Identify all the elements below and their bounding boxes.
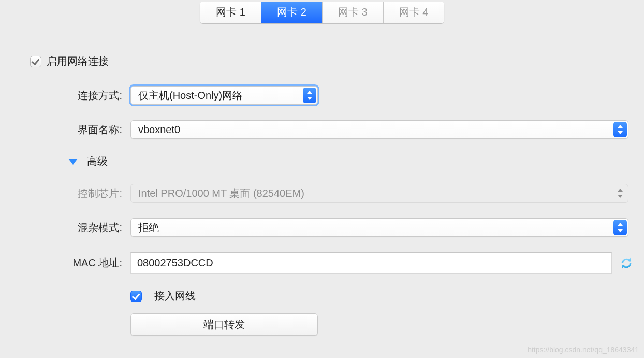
chevron-updown-icon xyxy=(613,220,627,235)
mac-address-input[interactable] xyxy=(130,252,612,274)
attached-to-select[interactable]: 仅主机(Host-Only)网络 xyxy=(130,86,318,105)
watermark: https://blog.csdn.net/qq_18643341 xyxy=(528,346,639,354)
port-forwarding-button[interactable]: 端口转发 xyxy=(130,313,318,336)
tab-label: 网卡 4 xyxy=(399,6,429,18)
mac-address-label: MAC 地址: xyxy=(10,256,130,270)
cable-connected-label: 接入网线 xyxy=(154,289,196,303)
refresh-icon[interactable] xyxy=(619,256,634,270)
interface-value: vboxnet0 xyxy=(138,124,180,135)
attached-to-label: 连接方式: xyxy=(10,89,130,103)
attached-to-value: 仅主机(Host-Only)网络 xyxy=(138,90,243,101)
enable-network-checkbox[interactable] xyxy=(30,56,41,67)
promiscuous-value: 拒绝 xyxy=(138,222,159,233)
tab-adapter-4[interactable]: 网卡 4 xyxy=(383,2,444,23)
adapter-type-select: Intel PRO/1000 MT 桌面 (82540EM) xyxy=(130,184,628,203)
tab-label: 网卡 3 xyxy=(338,6,368,18)
advanced-disclosure[interactable]: 高级 xyxy=(68,154,108,168)
promiscuous-select[interactable]: 拒绝 xyxy=(130,218,628,237)
chevron-updown-icon xyxy=(613,185,627,201)
adapter-type-label: 控制芯片: xyxy=(10,187,130,201)
tab-adapter-3[interactable]: 网卡 3 xyxy=(322,2,383,23)
chevron-updown-icon xyxy=(303,88,316,103)
tab-label: 网卡 2 xyxy=(277,6,306,18)
chevron-updown-icon xyxy=(613,122,627,137)
advanced-label: 高级 xyxy=(87,154,108,168)
tab-label: 网卡 1 xyxy=(216,6,245,18)
tab-adapter-2[interactable]: 网卡 2 xyxy=(261,2,322,23)
interface-select[interactable]: vboxnet0 xyxy=(130,120,628,139)
chevron-down-icon xyxy=(68,159,78,165)
adapter-tabbar: 网卡 1 网卡 2 网卡 3 网卡 4 xyxy=(0,0,644,23)
interface-label: 界面名称: xyxy=(10,123,130,137)
promiscuous-label: 混杂模式: xyxy=(10,221,130,235)
tab-adapter-1[interactable]: 网卡 1 xyxy=(200,2,261,23)
cable-connected-checkbox[interactable] xyxy=(130,291,142,302)
port-forwarding-label: 端口转发 xyxy=(203,319,245,330)
adapter-type-value: Intel PRO/1000 MT 桌面 (82540EM) xyxy=(138,188,304,199)
enable-network-label: 启用网络连接 xyxy=(47,54,109,68)
network-settings-form: 启用网络连接 连接方式: 仅主机(Host-Only)网络 界面名称: vbox… xyxy=(0,23,644,336)
